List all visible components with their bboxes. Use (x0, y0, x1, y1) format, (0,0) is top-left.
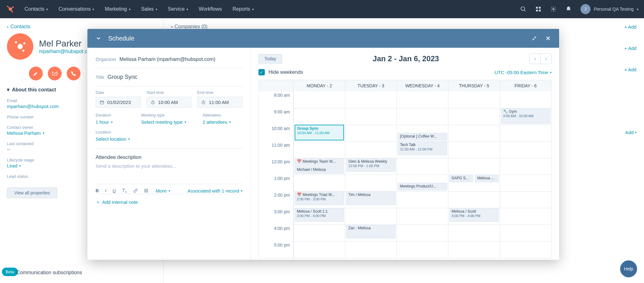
svg-point-10 (18, 44, 23, 49)
title-label: Title (96, 74, 104, 80)
nav-marketing[interactable]: Marketing▾ (105, 6, 130, 12)
prev-week-button[interactable]: ‹ (530, 54, 541, 64)
search-icon[interactable] (520, 6, 526, 12)
date-range-title: Jan 2 - Jan 6, 2023 (287, 54, 525, 63)
hide-weekends-checkbox[interactable]: ✓ (258, 69, 265, 75)
communication-subscriptions[interactable]: Communication subscriptions (16, 270, 82, 275)
call-icon[interactable] (67, 67, 80, 80)
add-internal-note[interactable]: ＋ Add internal note (96, 199, 242, 205)
event-product[interactable]: Meetings Product/U... (398, 183, 447, 190)
date-label: Date (96, 90, 141, 95)
nav-conversations[interactable]: Conversations▾ (58, 6, 94, 12)
location-select[interactable]: Select location ▾ (96, 136, 242, 142)
event-gym[interactable]: 🔧 Gym 9:00 AM - 10:00 AM (501, 108, 550, 124)
nav-workflows[interactable]: Workflows (199, 6, 222, 12)
bell-icon[interactable] (565, 6, 572, 12)
event-triad[interactable]: 📅 Meetings Triad W... 2:00 PM - 3:00 PM (295, 191, 344, 205)
start-time-input[interactable]: 10:00 AM (147, 97, 192, 108)
next-week-button[interactable]: › (541, 54, 551, 64)
meeting-type-label: Meeting type (141, 113, 197, 117)
day-col-wed[interactable]: [Optional ] Coffee W... Tech Talk 11:00 … (397, 91, 448, 258)
italic-icon[interactable]: I (105, 188, 106, 193)
day-col-fri[interactable]: 🔧 Gym 9:00 AM - 10:00 AM (500, 91, 551, 258)
event-coffee[interactable]: [Optional ] Coffee W... (398, 133, 447, 140)
title-value[interactable]: Group Sync (108, 74, 137, 80)
marketplace-icon[interactable] (535, 6, 541, 12)
view-all-button[interactable]: View all properties (7, 188, 57, 198)
event-sapg[interactable]: SAPG S... (449, 175, 473, 182)
link-icon[interactable] (133, 188, 138, 193)
svg-point-9 (553, 8, 554, 10)
nav-service[interactable]: Service▾ (168, 6, 188, 12)
note-icon[interactable] (29, 67, 43, 80)
help-button[interactable]: Help (620, 260, 637, 277)
plus-icon: ＋ (96, 199, 100, 205)
schedule-modal: Schedule Organizer Melissa Parham (mparh… (87, 29, 559, 260)
svg-rect-6 (539, 7, 541, 9)
minimize-icon[interactable] (530, 34, 538, 42)
hour-label: 8:00 am (259, 91, 293, 108)
event-thu-scott[interactable]: Melissa / Scott 3:00 PM - 4:00 PM (449, 208, 499, 222)
organizer-value: Melissa Parham (mparham@hubspot.com) (119, 57, 215, 62)
clock-icon (201, 100, 206, 105)
end-time-input[interactable]: 11:00 AM (197, 97, 242, 108)
event-scott[interactable]: Melissa / Scott 1:1 3:00 PM - 4:00 PM (295, 208, 344, 222)
top-nav: Contacts▾ Conversations▾ Marketing▾ Sale… (0, 0, 644, 18)
meeting-type-select[interactable]: Select meeting type ▾ (141, 119, 197, 125)
duration-label: Duration (96, 113, 136, 117)
svg-point-12 (23, 42, 25, 45)
location-label: Location (96, 130, 242, 134)
nav-sales[interactable]: Sales▾ (141, 6, 157, 12)
nav-reports[interactable]: Reports▾ (233, 6, 254, 12)
attendees-select[interactable]: 2 attendees ▾ (203, 119, 242, 125)
hour-label: 11:00 am (259, 141, 293, 158)
calendar-grid: MONDAY - 2 TUESDAY - 3 WEDNESDAY - 4 THU… (258, 80, 552, 258)
add-link-2[interactable]: + Add (624, 46, 636, 51)
hour-label: 9:00 am (259, 108, 293, 125)
start-label: Start time (147, 90, 192, 95)
event-michael[interactable]: Michael / Melissa (295, 166, 344, 174)
gear-icon[interactable] (550, 6, 557, 12)
add-company[interactable]: + Add (624, 24, 636, 30)
account-menu[interactable]: 2 Personal QA Testing▾ (580, 4, 638, 14)
event-glen[interactable]: Glen & Melissa Weekly 12:00 PM - 1:00 PM (346, 158, 396, 172)
attendee-desc-label: Attendee description (96, 155, 242, 160)
add-dropdown[interactable]: Add ▾ (625, 130, 636, 135)
underline-icon[interactable]: U (113, 188, 116, 193)
chevron-down-icon[interactable] (94, 34, 103, 42)
nav-menu: Contacts▾ Conversations▾ Marketing▾ Sale… (25, 6, 254, 12)
contact-email[interactable]: mparham@hubspot.co (39, 49, 90, 54)
email-icon[interactable] (48, 67, 62, 80)
day-col-thu[interactable]: SAPG S... Melissa ... Melissa / Scott 3:… (448, 91, 500, 258)
snippet-icon[interactable] (144, 188, 148, 193)
day-col-mon[interactable]: Group Sync 10:00 AM - 11:00 AM 📅 Meeting… (293, 91, 345, 258)
add-link-3[interactable]: + Add (624, 67, 636, 72)
today-button[interactable]: Today (258, 54, 282, 63)
bold-icon[interactable]: B (96, 188, 99, 193)
hide-weekends-label: Hide weekends (269, 69, 303, 75)
hour-label: 2:00 pm (259, 191, 293, 208)
timezone-select[interactable]: UTC -05:00 Eastern Time ▾ (495, 70, 552, 75)
more-dropdown[interactable]: More ▾ (156, 188, 170, 193)
event-tim[interactable]: Tim / Melissa (346, 191, 396, 205)
contact-avatar-icon (7, 33, 33, 60)
svg-rect-14 (100, 101, 104, 104)
date-input[interactable]: 01/02/2023 (96, 97, 141, 108)
nav-contacts[interactable]: Contacts▾ (25, 6, 48, 12)
day-col-tue[interactable]: Glen & Melissa Weekly 12:00 PM - 1:00 PM… (345, 91, 397, 258)
organizer-label: Organizer (96, 57, 116, 62)
svg-point-11 (15, 41, 17, 43)
svg-point-13 (22, 50, 25, 52)
event-techtalk[interactable]: Tech Talk 11:00 AM - 12:00 PM (398, 141, 447, 155)
event-melissa[interactable]: Melissa ... (475, 175, 499, 182)
hubspot-logo-icon[interactable] (6, 4, 15, 14)
duration-select[interactable]: 1 hour ▾ (96, 119, 136, 125)
event-zac[interactable]: Zac : Melissa (346, 225, 396, 238)
event-meetings-team[interactable]: 📅 Meetings Team W... (295, 158, 344, 166)
beta-badge: Beta (2, 268, 18, 276)
attendee-desc-input[interactable]: Send a description to your attendees... (96, 163, 242, 169)
associated-dropdown[interactable]: Associated with 1 record ▾ (188, 188, 242, 193)
event-group-sync[interactable]: Group Sync 10:00 AM - 11:00 AM (295, 125, 344, 140)
clear-format-icon[interactable]: T× (122, 188, 127, 194)
close-icon[interactable] (544, 34, 552, 42)
